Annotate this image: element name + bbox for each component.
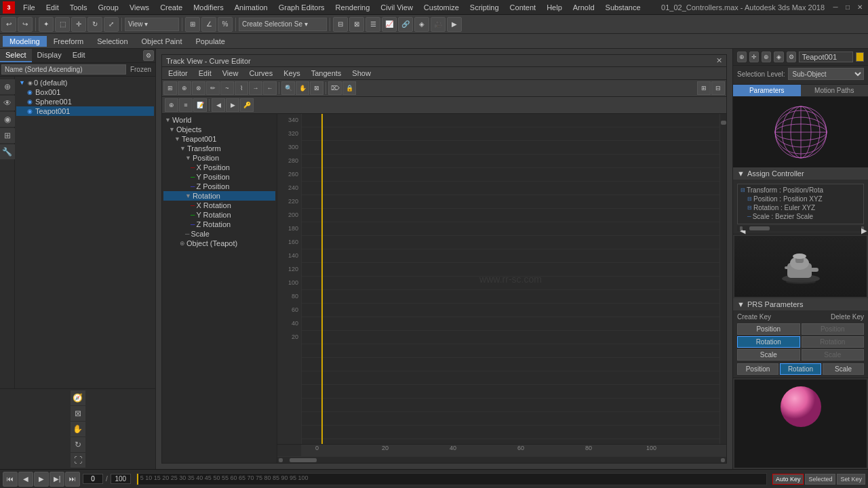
tree-item-teapot001[interactable]: ◉ Teapot001 xyxy=(16,106,154,116)
ce-tree-ypos[interactable]: ─ Y Position xyxy=(163,172,275,182)
play-btn[interactable]: ▶ xyxy=(34,472,49,487)
menu-file[interactable]: File xyxy=(18,2,41,13)
ce-props-btn[interactable]: ≡ xyxy=(179,98,193,112)
selection-set-dropdown[interactable]: Create Selection Se ▾ xyxy=(239,18,327,31)
mode-populate[interactable]: Populate xyxy=(189,36,231,47)
ce-menu-show[interactable]: Show xyxy=(347,68,376,79)
ce-move-keys-btn[interactable]: ⊞ xyxy=(163,81,177,95)
motion-icon[interactable]: ◉ xyxy=(0,112,15,127)
hierarchy-icon[interactable]: ⊞ xyxy=(0,128,15,143)
redo-button[interactable]: ↪ xyxy=(18,17,33,32)
assign-controller-header[interactable]: ▼ Assign Controller xyxy=(733,167,868,180)
ce-add-keys-btn[interactable]: ⊕ xyxy=(178,81,191,95)
ctrl-scroll-thumb[interactable] xyxy=(749,226,770,230)
ctrl-scrollbar[interactable]: ◀ ▶ xyxy=(737,226,864,231)
ce-menu-view[interactable]: View xyxy=(217,68,244,79)
ce-right-btn1[interactable]: ⊞ xyxy=(697,81,711,95)
ctrl-scroll-right[interactable]: ▶ xyxy=(861,226,864,230)
ce-hscrollbar[interactable] xyxy=(277,456,726,463)
ce-menu-editor[interactable]: Editor xyxy=(163,68,193,79)
ce-hscroll-track[interactable] xyxy=(283,458,721,462)
mirror-button[interactable]: ⊟ xyxy=(333,17,348,32)
menu-group[interactable]: Group xyxy=(92,2,124,13)
rp-move-icon[interactable]: ✛ xyxy=(749,52,759,62)
ce-param-in-btn[interactable]: ← xyxy=(263,81,277,95)
menu-views[interactable]: Views xyxy=(124,2,155,13)
scale-button[interactable]: ⤢ xyxy=(104,17,119,32)
angle-snap[interactable]: ∠ xyxy=(201,17,216,32)
ce-tree-object[interactable]: ⊕ Object (Teapot) xyxy=(163,239,275,248)
menu-substance[interactable]: Substance xyxy=(600,2,646,13)
compass-icon[interactable]: 🧭 xyxy=(71,390,85,405)
tab-parameters[interactable]: Parameters xyxy=(733,85,801,96)
ce-tree-xpos[interactable]: ─ X Position xyxy=(163,163,275,172)
ce-keyframe-btn[interactable]: 🔑 xyxy=(240,98,254,112)
selection-level-dropdown[interactable]: Sub-Object Object xyxy=(788,68,864,80)
ce-menu-edit[interactable]: Edit xyxy=(193,68,217,79)
ce-tree-rotation[interactable]: ▼ Rotation xyxy=(163,191,275,201)
create-scale-btn[interactable]: Scale xyxy=(737,349,800,361)
ce-param-out-btn[interactable]: → xyxy=(249,81,262,95)
tab-motion-paths[interactable]: Motion Paths xyxy=(801,85,869,96)
ce-menu-curves[interactable]: Curves xyxy=(243,68,278,79)
rp-camera-icon[interactable]: ⊕ xyxy=(762,52,771,62)
prs-header[interactable]: ▼ PRS Parameters xyxy=(733,298,868,310)
pink-sphere-viewport[interactable] xyxy=(734,380,867,468)
ce-vscroll-thumb[interactable] xyxy=(721,121,726,125)
mode-object-paint[interactable]: Object Paint xyxy=(135,36,189,47)
ce-tree-zpos[interactable]: ─ Z Position xyxy=(163,182,275,191)
rp-light-icon[interactable]: ◈ xyxy=(774,52,783,62)
percent-snap[interactable]: % xyxy=(218,17,233,32)
rotate-button[interactable]: ↻ xyxy=(87,17,102,32)
select-filter-icon[interactable]: ⊕ xyxy=(0,79,15,94)
prev-frame-btn[interactable]: ◀ xyxy=(18,472,33,487)
align-button[interactable]: ⊠ xyxy=(349,17,364,32)
view-dropdown[interactable]: View ▾ xyxy=(125,18,179,31)
teapot-viewport[interactable] xyxy=(734,236,867,297)
ce-tree-objects[interactable]: ▼ Objects xyxy=(163,125,275,134)
menu-animation[interactable]: Animation xyxy=(229,2,273,13)
ce-menu-keys[interactable]: Keys xyxy=(278,68,305,79)
schematic-view[interactable]: 🔗 xyxy=(398,17,413,32)
ce-scroll-right-btn[interactable]: ▶ xyxy=(226,98,239,112)
ctrl-scroll-track[interactable] xyxy=(743,226,861,230)
tab-display[interactable]: Display xyxy=(32,49,67,62)
selected-btn[interactable]: Selected xyxy=(805,474,835,485)
menu-arnold[interactable]: Arnold xyxy=(568,2,600,13)
maximize-icon[interactable]: □ xyxy=(842,2,853,13)
menu-modifiers[interactable]: Modifiers xyxy=(188,2,229,13)
ce-close-icon[interactable]: ✕ xyxy=(716,56,722,65)
ce-tree-transform[interactable]: ▼ Transform xyxy=(163,144,275,153)
delete-rotation-btn[interactable]: Rotation xyxy=(802,336,865,348)
ce-delete-keys-btn[interactable]: ⊗ xyxy=(192,81,205,95)
ce-filter-btn[interactable]: ⊕ xyxy=(165,98,178,112)
total-frames-display[interactable]: 100 xyxy=(111,474,131,484)
move-button[interactable]: ✛ xyxy=(71,17,86,32)
wireframe-viewport[interactable] xyxy=(734,98,867,166)
maximize-vp-icon[interactable]: ⛶ xyxy=(71,453,85,468)
ce-menu-tangents[interactable]: Tangents xyxy=(306,68,347,79)
ce-hscroll-thumb[interactable] xyxy=(290,458,317,462)
mode-modeling[interactable]: Modeling xyxy=(3,36,47,47)
prs-scale-tab[interactable]: Scale xyxy=(823,363,864,375)
goto-end-btn[interactable]: ⏭ xyxy=(65,472,80,487)
ce-tree-xrot[interactable]: ─ X Rotation xyxy=(163,201,275,210)
mode-freeform[interactable]: Freeform xyxy=(47,36,91,47)
timeline-scrubber[interactable]: 5 10 15 20 25 30 35 40 45 50 55 60 65 70… xyxy=(136,473,767,485)
create-rotation-btn[interactable]: Rotation xyxy=(737,336,800,348)
select-button[interactable]: ✦ xyxy=(39,17,54,32)
pan-icon[interactable]: ✋ xyxy=(71,422,85,436)
mode-selection[interactable]: Selection xyxy=(90,36,134,47)
ce-hscroll-right[interactable] xyxy=(721,458,725,462)
ce-tree-position[interactable]: ▼ Position xyxy=(163,153,275,163)
ce-note-btn[interactable]: 📝 xyxy=(193,98,207,112)
auto-key-btn[interactable]: Auto Key xyxy=(772,474,804,485)
ce-tree-yrot[interactable]: ─ Y Rotation xyxy=(163,210,275,220)
layer-manager[interactable]: ☰ xyxy=(366,17,380,32)
prs-rotation-tab[interactable]: Rotation xyxy=(780,363,821,375)
curve-editor-btn[interactable]: 📈 xyxy=(382,17,397,32)
ce-pan-btn[interactable]: ✋ xyxy=(296,81,309,95)
snap-toggle[interactable]: ⊞ xyxy=(185,17,200,32)
minimize-icon[interactable]: ─ xyxy=(830,2,841,13)
set-key-btn[interactable]: Set Key xyxy=(837,474,865,485)
